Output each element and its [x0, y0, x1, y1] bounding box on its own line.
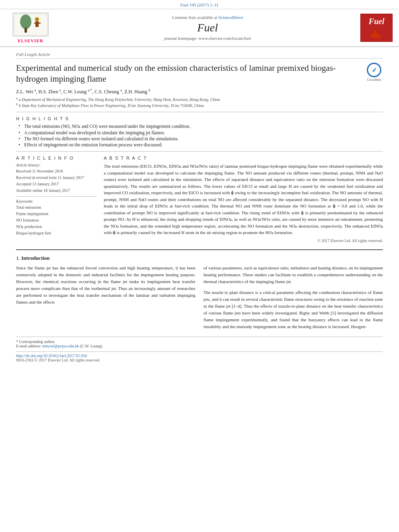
contents-line: Contents lists available at ScienceDirec…	[55, 15, 360, 20]
intro-col1: Since the flame jet has the enhanced for…	[16, 265, 195, 330]
email-note: E-mail address: mmcwl@polyu.edu.hk (C.W.…	[16, 344, 383, 348]
article-info-header: A R T I C L E I N F O	[16, 156, 97, 160]
history-label: Article history:	[16, 163, 97, 167]
intro-text-cols: Since the flame jet has the enhanced for…	[16, 265, 383, 330]
revised-date: Received in revised form 11 January 2017	[16, 175, 97, 181]
keyword-1: Total emissions	[16, 204, 97, 211]
highlight-item: The total emissions (NO, NO₂ and CO) wer…	[19, 123, 383, 129]
email-suffix: (C.W. Leung).	[80, 344, 103, 348]
section1-number: 1.	[16, 255, 20, 261]
crossmark-area: ✓ CrossMark	[365, 63, 383, 82]
highlight-item: Effects of impingement on the emission f…	[19, 142, 383, 147]
elsevier-logo-area: ELSEVIER	[6, 12, 55, 43]
highlights-list: The total emissions (NO, NO₂ and CO) wer…	[16, 123, 383, 147]
article-history: Article history: Received 11 November 20…	[16, 163, 97, 194]
keyword-3: NO formation	[16, 217, 97, 224]
fuel-logo-box: Fuel	[360, 14, 393, 42]
highlights-section: H I G H L I G H T S The total emissions …	[16, 116, 383, 147]
highlight-item: The NO formed via different routes were …	[19, 136, 383, 141]
article-info-col: A R T I C L E I N F O Article history: R…	[16, 156, 97, 243]
journal-citation-bar: Fuel 195 (2017) 1–11	[0, 0, 399, 9]
elsevier-logo-image	[12, 12, 49, 37]
highlights-header: H I G H L I G H T S	[16, 116, 383, 121]
article-type-label: Full Length Article	[16, 52, 383, 59]
received-date: Received 11 November 2016	[16, 168, 97, 175]
footnote-area: * Corresponding author. E-mail address: …	[16, 337, 383, 348]
svg-rect-5	[34, 23, 37, 24]
keyword-4: NO₂ production	[16, 224, 97, 230]
divider-2	[16, 151, 383, 152]
intro-col2-p2: The nozzle to plate distance is a critic…	[204, 289, 383, 330]
accepted-date: Accepted 13 January 2017	[16, 181, 97, 187]
journal-citation: Fuel 195 (2017) 1–11	[180, 2, 218, 7]
intro-col2-p1: of various parameters, such as equivalen…	[204, 265, 383, 285]
svg-point-3	[35, 17, 39, 21]
article-title: Experimental and numerical study on the …	[16, 63, 360, 85]
info-abstract-row: A R T I C L E I N F O Article history: R…	[16, 156, 383, 243]
page: Fuel 195 (2017) 1–11	[0, 0, 399, 532]
authors-line: Z.L. Wei a, H.S. Zhen a, C.W. Leung a,*,…	[16, 88, 383, 95]
svg-rect-2	[25, 28, 27, 33]
highlight-item: A computational model was developed to s…	[19, 130, 383, 135]
crossmark-label: CrossMark	[367, 78, 381, 82]
keywords-section: Keywords: Total emissions Flame impingem…	[16, 199, 97, 236]
divider-1	[16, 112, 383, 112]
abstract-header: A B S T R A C T	[104, 156, 383, 160]
keyword-2: Flame impingement	[16, 211, 97, 217]
crossmark-icon: ✓	[367, 63, 381, 77]
fuel-logo-label: Fuel	[369, 17, 385, 26]
copyright-line: © 2017 Elsevier Ltd. All rights reserved…	[104, 238, 383, 243]
intro-col2: of various parameters, such as equivalen…	[204, 265, 383, 330]
elsevier-text-label: ELSEVIER	[18, 38, 43, 43]
keywords-label: Keywords:	[16, 199, 97, 203]
journal-title: Fuel	[55, 21, 360, 34]
issn-line: 0016-2361/© 2017 Elsevier Ltd. All right…	[16, 358, 383, 362]
sciencedirect-link[interactable]: ScienceDirect	[218, 15, 243, 20]
email-link[interactable]: mmcwl@polyu.edu.hk	[42, 344, 79, 348]
homepage-line: journal homepage: www.elsevier.com/locat…	[55, 36, 360, 41]
email-label: E-mail address:	[16, 344, 42, 348]
affiliation-b: b b State Key Laboratory of Multiphase F…	[16, 103, 383, 108]
corresponding-author-note: * Corresponding author.	[16, 339, 383, 344]
intro-col1-p1: Since the flame jet has the enhanced for…	[16, 265, 195, 306]
article-body: Full Length Article Experimental and num…	[0, 47, 399, 370]
abstract-text: The total emissions (EICO, EINOx, EINO₂ …	[104, 163, 383, 236]
available-date: Available online 18 January 2017	[16, 187, 97, 194]
corresponding-label: * Corresponding author.	[16, 339, 55, 344]
svg-point-1	[20, 14, 31, 29]
doi-link[interactable]: http://dx.doi.org/10.1016/j.fuel.2017.01…	[16, 353, 87, 358]
journal-center: Contents lists available at ScienceDirec…	[55, 15, 360, 41]
bottom-bar: http://dx.doi.org/10.1016/j.fuel.2017.01…	[16, 351, 383, 362]
section1-title: 1. Introduction	[16, 255, 383, 261]
section1-name: Introduction	[21, 255, 50, 261]
journal-header: ELSEVIER Contents lists available at Sci…	[0, 9, 399, 47]
divider-keywords	[16, 196, 97, 197]
abstract-col: A B S T R A C T The total emissions (EIC…	[104, 156, 383, 243]
doi-line: http://dx.doi.org/10.1016/j.fuel.2017.01…	[16, 353, 383, 358]
intro-divider	[16, 249, 383, 250]
article-title-row: Experimental and numerical study on the …	[16, 63, 383, 85]
affiliation-a: a a Department of Mechanical Engineering…	[16, 97, 383, 102]
keyword-5: Biogas-hydrogen fuel	[16, 230, 97, 236]
svg-rect-6	[38, 23, 41, 24]
svg-rect-4	[35, 21, 39, 27]
